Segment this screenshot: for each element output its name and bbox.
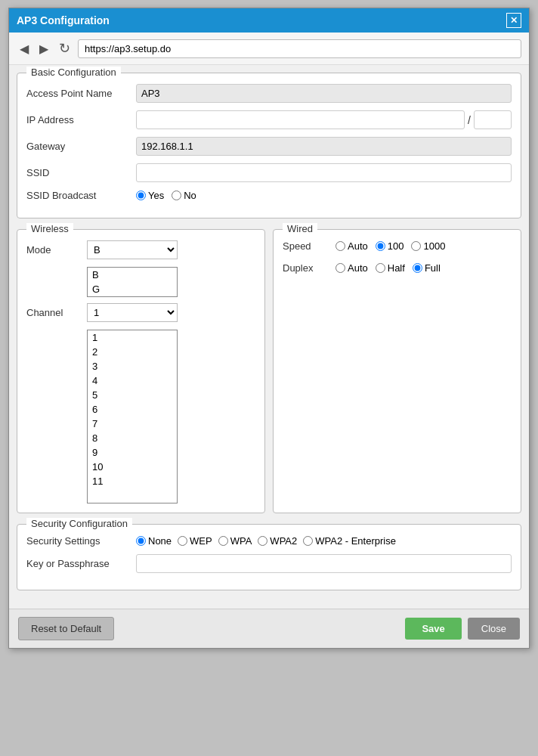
mode-select[interactable]: B G	[87, 240, 178, 259]
mode-listbox-item-b[interactable]: B	[88, 268, 177, 282]
security-wpa2-label: WPA2	[270, 535, 297, 547]
window-close-button[interactable]: ✕	[506, 13, 521, 28]
duplex-full-option[interactable]: Full	[413, 262, 441, 274]
security-section: Security Configuration Security Settings…	[17, 524, 521, 590]
security-wpa2e-label: WPA2 - Enterprise	[315, 535, 396, 547]
mode-listbox[interactable]: B G	[87, 267, 178, 297]
security-wpa-option[interactable]: WPA	[218, 535, 252, 547]
speed-100-radio[interactable]	[376, 241, 385, 251]
mode-listbox-item-g[interactable]: G	[88, 282, 177, 296]
refresh-button[interactable]: ↻	[56, 39, 73, 58]
security-wpa2-radio[interactable]	[258, 536, 267, 546]
key-label: Key or Passphrase	[26, 558, 136, 569]
main-window: AP3 Configuration ✕ ◀ ▶ ↻ Basic Configur…	[8, 8, 530, 649]
ssid-broadcast-label: SSID Broadcast	[26, 190, 136, 201]
channel-item-1[interactable]: 1	[88, 330, 177, 345]
content-area: Basic Configuration Access Point Name IP…	[9, 65, 529, 609]
window-title: AP3 Configuration	[17, 14, 110, 26]
speed-100-label: 100	[388, 240, 404, 252]
ssid-broadcast-no-label: No	[184, 190, 196, 201]
channel-listbox[interactable]: 1 2 3 4 5 6 7 8 9 10 11	[87, 330, 178, 503]
duplex-full-radio[interactable]	[413, 263, 422, 273]
channel-item-4[interactable]: 4	[88, 373, 177, 388]
duplex-radios: Auto Half Full	[335, 262, 441, 274]
access-point-label: Access Point Name	[26, 88, 136, 99]
basic-config-section: Basic Configuration Access Point Name IP…	[17, 73, 521, 218]
speed-auto-option[interactable]: Auto	[335, 240, 368, 252]
ip-suffix-input[interactable]	[474, 110, 512, 129]
ssid-row: SSID	[26, 163, 512, 182]
channel-item-5[interactable]: 5	[88, 388, 177, 402]
channel-item-2[interactable]: 2	[88, 345, 177, 359]
channel-item-6[interactable]: 6	[88, 402, 177, 417]
security-wep-option[interactable]: WEP	[178, 535, 212, 547]
channel-item-3[interactable]: 3	[88, 359, 177, 373]
channel-item-11[interactable]: 11	[88, 474, 177, 488]
security-settings-label: Security Settings	[26, 535, 136, 547]
ssid-label: SSID	[26, 167, 136, 178]
security-settings-row: Security Settings None WEP WPA	[26, 535, 512, 547]
channel-item-7[interactable]: 7	[88, 417, 177, 431]
duplex-full-label: Full	[425, 262, 441, 274]
channel-row: Channel 123 456 789 1011	[26, 303, 255, 322]
back-button[interactable]: ◀	[17, 40, 32, 57]
duplex-row: Duplex Auto Half Full	[283, 262, 512, 274]
ip-address-row: IP Address /	[26, 110, 512, 129]
ssid-broadcast-row: SSID Broadcast Yes No	[26, 190, 512, 201]
security-wep-radio[interactable]	[178, 536, 187, 546]
speed-label: Speed	[283, 240, 335, 252]
close-button[interactable]: Close	[468, 618, 520, 640]
mode-label: Mode	[26, 244, 87, 256]
ssid-broadcast-yes-radio[interactable]	[136, 191, 146, 200]
channel-item-8[interactable]: 8	[88, 431, 177, 445]
speed-auto-radio[interactable]	[335, 241, 345, 251]
gateway-input[interactable]	[136, 137, 512, 156]
access-point-row: Access Point Name	[26, 84, 512, 103]
access-point-input[interactable]	[136, 84, 512, 103]
security-none-radio[interactable]	[136, 536, 146, 546]
speed-1000-option[interactable]: 1000	[411, 240, 445, 252]
speed-1000-label: 1000	[423, 240, 445, 252]
security-wep-label: WEP	[190, 535, 212, 547]
nav-bar: ◀ ▶ ↻	[9, 33, 529, 65]
forward-button[interactable]: ▶	[36, 40, 51, 57]
speed-100-option[interactable]: 100	[376, 240, 404, 252]
wireless-section: Wireless Mode B G B G	[17, 229, 265, 513]
mode-row: Mode B G	[26, 240, 255, 259]
channel-label: Channel	[26, 307, 87, 318]
security-settings-radios: None WEP WPA WPA2	[136, 535, 396, 547]
url-input[interactable]	[78, 39, 521, 58]
duplex-auto-radio[interactable]	[335, 263, 345, 273]
security-wpa-radio[interactable]	[218, 536, 228, 546]
ip-address-fields: /	[136, 110, 512, 129]
wired-title: Wired	[283, 223, 317, 234]
speed-row: Speed Auto 100 1000	[283, 240, 512, 252]
ssid-broadcast-no-radio[interactable]	[172, 191, 181, 200]
wired-section: Wired Speed Auto 100	[273, 229, 521, 513]
duplex-half-option[interactable]: Half	[376, 262, 405, 274]
key-input[interactable]	[136, 554, 512, 573]
save-button[interactable]: Save	[405, 618, 461, 640]
ssid-broadcast-no-option[interactable]: No	[172, 190, 196, 201]
security-none-label: None	[148, 535, 172, 547]
duplex-auto-option[interactable]: Auto	[335, 262, 368, 274]
channel-item-10[interactable]: 10	[88, 460, 177, 474]
speed-1000-radio[interactable]	[411, 241, 421, 251]
channel-select[interactable]: 123 456 789 1011	[87, 303, 178, 322]
duplex-half-radio[interactable]	[376, 263, 385, 273]
ssid-input[interactable]	[136, 163, 512, 182]
title-bar: AP3 Configuration ✕	[9, 8, 529, 33]
security-none-option[interactable]: None	[136, 535, 172, 547]
ip-address-input[interactable]	[136, 110, 465, 129]
duplex-auto-label: Auto	[348, 262, 368, 274]
security-wpa2e-radio[interactable]	[303, 536, 313, 546]
ssid-broadcast-radios: Yes No	[136, 190, 196, 201]
security-wpa-label: WPA	[230, 535, 252, 547]
security-wpa2-option[interactable]: WPA2	[258, 535, 297, 547]
security-wpa2e-option[interactable]: WPA2 - Enterprise	[303, 535, 396, 547]
reset-button[interactable]: Reset to Default	[18, 617, 114, 640]
channel-item-9[interactable]: 9	[88, 445, 177, 460]
wireless-wired-container: Wireless Mode B G B G	[17, 229, 521, 513]
duplex-label: Duplex	[283, 262, 335, 274]
ssid-broadcast-yes-option[interactable]: Yes	[136, 190, 164, 201]
